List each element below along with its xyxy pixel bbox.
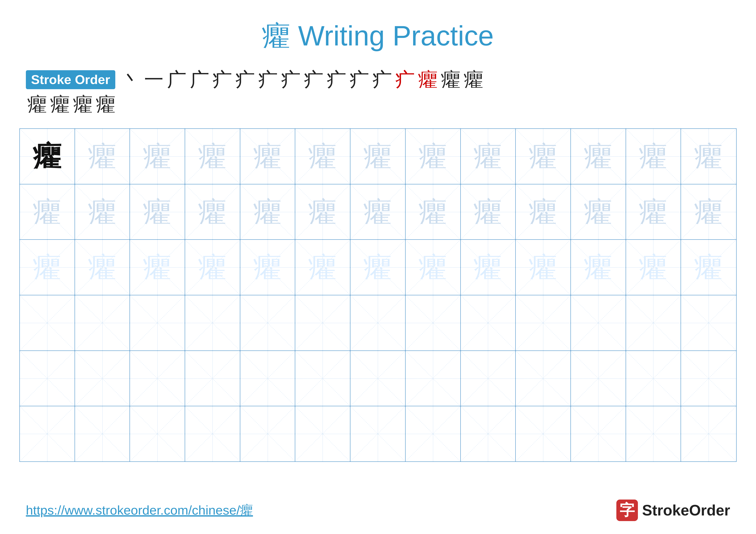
stroke-order-badge: Stroke Order	[26, 70, 115, 89]
svg-line-100	[626, 295, 681, 350]
grid-cell-5-12[interactable]	[626, 351, 681, 406]
grid-cell-5-2[interactable]	[75, 351, 130, 406]
grid-cell-2-2[interactable]: 癯	[75, 184, 130, 240]
grid-cell-6-8[interactable]	[406, 406, 461, 461]
grid-cell-1-2[interactable]: 癯	[75, 129, 130, 184]
svg-line-81	[75, 295, 130, 350]
grid-cell-6-13[interactable]	[681, 406, 736, 461]
grid-cell-4-7[interactable]	[350, 295, 406, 350]
grid-cell-1-11[interactable]: 癯	[571, 129, 626, 184]
grid-cell-2-8[interactable]: 癯	[406, 184, 461, 240]
grid-cell-1-12[interactable]: 癯	[626, 129, 681, 184]
grid-cell-2-10[interactable]: 癯	[516, 184, 571, 240]
grid-cell-1-10[interactable]: 癯	[516, 129, 571, 184]
grid-cell-3-12[interactable]: 癯	[626, 240, 681, 295]
svg-line-145	[406, 406, 460, 461]
grid-cell-2-6[interactable]: 癯	[295, 184, 350, 240]
grid-cell-3-7[interactable]: 癯	[350, 240, 406, 295]
grid-cell-5-6[interactable]	[295, 351, 350, 406]
grid-cell-4-13[interactable]	[681, 295, 736, 350]
svg-line-137	[185, 406, 240, 461]
svg-line-124	[571, 351, 626, 406]
grid-cell-1-13[interactable]: 癯	[681, 129, 736, 184]
footer-url[interactable]: https://www.strokeorder.com/chinese/癯	[26, 502, 253, 519]
grid-cell-6-9[interactable]	[461, 406, 516, 461]
grid-cell-2-4[interactable]: 癯	[185, 184, 240, 240]
grid-cell-4-2[interactable]	[75, 295, 130, 350]
grid-cell-2-11[interactable]: 癯	[571, 184, 626, 240]
grid-cell-6-1[interactable]	[20, 406, 75, 461]
practice-grid: 癯 癯 癯 癯 癯 癯 癯 癯 癯 癯 癯 癯 癯 癯 癯 癯 癯 癯 癯 癯 …	[19, 128, 737, 462]
grid-cell-3-13[interactable]: 癯	[681, 240, 736, 295]
grid-cell-5-5[interactable]	[240, 351, 295, 406]
grid-cell-2-12[interactable]: 癯	[626, 184, 681, 240]
grid-cell-1-9[interactable]: 癯	[461, 129, 516, 184]
grid-cell-3-9[interactable]: 癯	[461, 240, 516, 295]
stroke-16: 癯	[462, 68, 485, 91]
grid-cell-1-6[interactable]: 癯	[295, 129, 350, 184]
grid-cell-1-8[interactable]: 癯	[406, 129, 461, 184]
stroke-9: 疒	[302, 68, 325, 91]
grid-cell-6-6[interactable]	[295, 406, 350, 461]
grid-cell-6-12[interactable]	[626, 406, 681, 461]
grid-cell-4-9[interactable]	[461, 295, 516, 350]
grid-cell-3-1[interactable]: 癯	[20, 240, 75, 295]
grid-cell-4-8[interactable]	[406, 295, 461, 350]
grid-cell-5-10[interactable]	[516, 351, 571, 406]
grid-cell-4-5[interactable]	[240, 295, 295, 350]
grid-cell-2-9[interactable]: 癯	[461, 184, 516, 240]
grid-cell-4-3[interactable]	[130, 295, 185, 350]
grid-cell-2-13[interactable]: 癯	[681, 184, 736, 240]
svg-line-107	[75, 351, 130, 406]
grid-cell-2-3[interactable]: 癯	[130, 184, 185, 240]
grid-cell-1-3[interactable]: 癯	[130, 129, 185, 184]
grid-cell-4-10[interactable]	[516, 295, 571, 350]
grid-cell-2-1[interactable]: 癯	[20, 184, 75, 240]
grid-cell-1-1[interactable]: 癯	[20, 129, 75, 184]
grid-cell-5-4[interactable]	[185, 351, 240, 406]
grid-cell-3-10[interactable]: 癯	[516, 240, 571, 295]
grid-cell-4-1[interactable]	[20, 295, 75, 350]
svg-line-86	[240, 295, 295, 350]
grid-cell-5-1[interactable]	[20, 351, 75, 406]
grid-cell-5-11[interactable]	[571, 351, 626, 406]
grid-cell-4-6[interactable]	[295, 295, 350, 350]
grid-cell-3-11[interactable]: 癯	[571, 240, 626, 295]
grid-cell-1-4[interactable]: 癯	[185, 129, 240, 184]
grid-cell-3-5[interactable]: 癯	[240, 240, 295, 295]
grid-cell-2-7[interactable]: 癯	[350, 184, 406, 240]
stroke-order-row: Stroke Order 丶 一 广 广 疒 疒 疒 疒 疒 疒 疒 疒 疒 癯…	[26, 68, 730, 91]
grid-cell-4-4[interactable]	[185, 295, 240, 350]
svg-line-150	[571, 406, 626, 461]
grid-cell-5-7[interactable]	[350, 351, 406, 406]
grid-cell-6-2[interactable]	[75, 406, 130, 461]
grid-cell-6-4[interactable]	[185, 406, 240, 461]
grid-cell-1-7[interactable]: 癯	[350, 129, 406, 184]
grid-cell-5-13[interactable]	[681, 351, 736, 406]
svg-line-94	[461, 295, 516, 350]
grid-cell-6-7[interactable]	[350, 406, 406, 461]
char-solid: 癯	[33, 142, 61, 170]
grid-cell-6-11[interactable]	[571, 406, 626, 461]
svg-line-112	[240, 351, 295, 406]
grid-cell-3-6[interactable]: 癯	[295, 240, 350, 295]
grid-cell-5-9[interactable]	[461, 351, 516, 406]
grid-cell-3-3[interactable]: 癯	[130, 240, 185, 295]
grid-cell-4-12[interactable]	[626, 295, 681, 350]
svg-line-109	[130, 351, 185, 406]
grid-cell-3-8[interactable]: 癯	[406, 240, 461, 295]
grid-cell-6-5[interactable]	[240, 406, 295, 461]
svg-line-89	[295, 295, 350, 350]
grid-cell-5-3[interactable]	[130, 351, 185, 406]
grid-cell-3-4[interactable]: 癯	[185, 240, 240, 295]
grid-cell-4-11[interactable]	[571, 295, 626, 350]
grid-cell-5-8[interactable]	[406, 351, 461, 406]
stroke-8: 疒	[280, 68, 302, 91]
grid-cell-3-2[interactable]: 癯	[75, 240, 130, 295]
grid-cell-2-5[interactable]: 癯	[240, 184, 295, 240]
grid-cell-6-10[interactable]	[516, 406, 571, 461]
grid-cell-1-5[interactable]: 癯	[240, 129, 295, 184]
svg-line-143	[350, 406, 405, 461]
grid-cell-6-3[interactable]	[130, 406, 185, 461]
svg-line-122	[516, 351, 570, 406]
